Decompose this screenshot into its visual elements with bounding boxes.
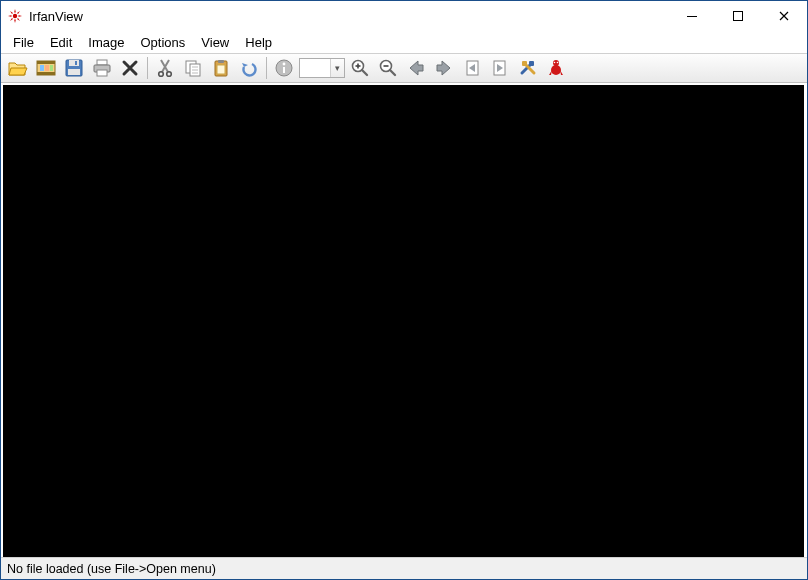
chevron-down-icon: ▾: [330, 59, 344, 77]
window-controls: [669, 1, 807, 31]
menu-image[interactable]: Image: [80, 33, 132, 52]
open-button[interactable]: [5, 55, 31, 81]
maximize-button[interactable]: [715, 1, 761, 31]
close-button[interactable]: [761, 1, 807, 31]
menu-view[interactable]: View: [193, 33, 237, 52]
zoom-out-button[interactable]: [375, 55, 401, 81]
zoom-combobox[interactable]: ▾: [299, 58, 345, 78]
statusbar: No file loaded (use File->Open menu): [1, 557, 807, 579]
app-window: IrfanView File Edit Image Options View H…: [0, 0, 808, 580]
toolbar: ▾: [1, 53, 807, 83]
image-canvas[interactable]: [3, 85, 804, 557]
svg-rect-5: [37, 72, 55, 75]
paste-button[interactable]: [208, 55, 234, 81]
print-button[interactable]: [89, 55, 115, 81]
previous-page-button[interactable]: [459, 55, 485, 81]
minimize-button[interactable]: [669, 1, 715, 31]
save-icon: [63, 57, 85, 79]
next-button[interactable]: [431, 55, 457, 81]
paste-icon: [211, 58, 231, 78]
canvas-area: [1, 83, 807, 557]
menu-options[interactable]: Options: [133, 33, 194, 52]
about-button[interactable]: [543, 55, 569, 81]
svg-rect-10: [69, 60, 79, 66]
next-page-button[interactable]: [487, 55, 513, 81]
svg-point-0: [13, 14, 17, 18]
print-icon: [91, 57, 113, 79]
app-icon: [7, 8, 23, 24]
svg-rect-4: [37, 61, 55, 64]
zoom-in-icon: [350, 58, 370, 78]
svg-rect-12: [68, 69, 80, 75]
save-button[interactable]: [61, 55, 87, 81]
open-icon: [7, 57, 29, 79]
svg-rect-28: [283, 67, 285, 73]
status-text: No file loaded (use File->Open menu): [7, 562, 216, 576]
titlebar: IrfanView: [1, 1, 807, 31]
svg-rect-13: [97, 60, 107, 65]
svg-rect-8: [50, 65, 53, 71]
svg-point-42: [554, 62, 556, 64]
svg-rect-38: [529, 61, 534, 66]
undo-icon: [239, 58, 259, 78]
undo-button[interactable]: [236, 55, 262, 81]
svg-rect-25: [217, 65, 225, 74]
toolbar-separator: [147, 57, 148, 79]
svg-point-27: [283, 63, 286, 66]
svg-point-40: [551, 65, 561, 75]
svg-point-17: [167, 72, 172, 77]
svg-rect-2: [734, 12, 743, 21]
previous-page-icon: [462, 58, 482, 78]
settings-button[interactable]: [515, 55, 541, 81]
slideshow-icon: [35, 57, 57, 79]
zoom-in-button[interactable]: [347, 55, 373, 81]
svg-rect-6: [40, 65, 44, 71]
delete-button[interactable]: [117, 55, 143, 81]
svg-rect-39: [522, 61, 527, 66]
svg-point-43: [557, 62, 559, 64]
menu-edit[interactable]: Edit: [42, 33, 80, 52]
copy-button[interactable]: [180, 55, 206, 81]
menu-help[interactable]: Help: [237, 33, 280, 52]
menubar: File Edit Image Options View Help: [1, 31, 807, 53]
delete-icon: [120, 58, 140, 78]
svg-rect-24: [218, 60, 224, 63]
svg-rect-15: [97, 70, 107, 76]
copy-icon: [183, 58, 203, 78]
about-icon: [545, 57, 567, 79]
svg-point-16: [159, 72, 164, 77]
slideshow-button[interactable]: [33, 55, 59, 81]
cut-icon: [155, 58, 175, 78]
toolbar-separator: [266, 57, 267, 79]
zoom-out-icon: [378, 58, 398, 78]
settings-icon: [518, 58, 538, 78]
previous-button[interactable]: [403, 55, 429, 81]
menu-file[interactable]: File: [5, 33, 42, 52]
svg-rect-7: [45, 65, 49, 71]
info-icon: [274, 58, 294, 78]
svg-line-34: [390, 70, 395, 75]
window-title: IrfanView: [29, 9, 83, 24]
svg-rect-11: [75, 61, 77, 65]
next-page-icon: [490, 58, 510, 78]
previous-icon: [406, 58, 426, 78]
cut-button[interactable]: [152, 55, 178, 81]
next-icon: [434, 58, 454, 78]
info-button[interactable]: [271, 55, 297, 81]
svg-line-30: [362, 70, 367, 75]
svg-rect-1: [687, 16, 697, 17]
